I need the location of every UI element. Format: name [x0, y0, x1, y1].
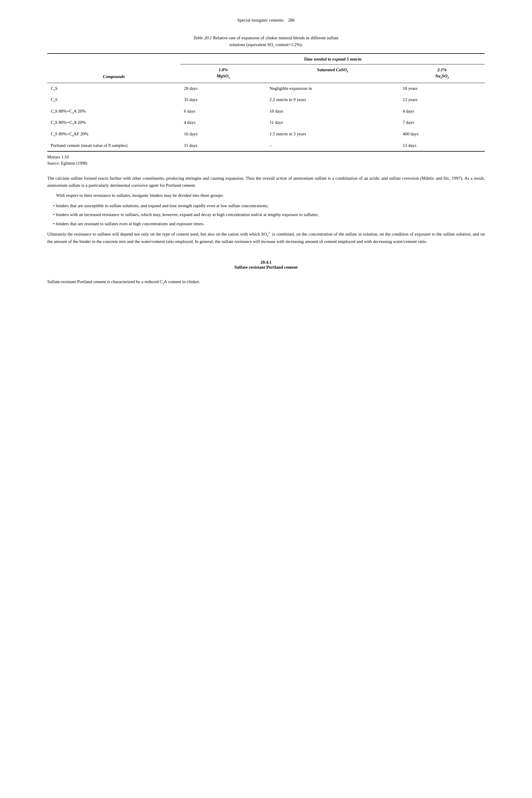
col3-cell: 18 years [399, 83, 485, 94]
list-item: binders that are susceptible to sulfate … [53, 202, 485, 209]
source-label: Source: [47, 161, 60, 165]
col-compounds-header: Compounds [47, 54, 180, 83]
body-text: The calcium sulfate formed reacts furthe… [47, 175, 485, 245]
section-heading: 20.4.1 Sulfate-resistant Portland cement [47, 260, 485, 270]
table-row: C3S 35 days 2.2 mm/m in 9 years 12 years [47, 94, 485, 106]
table-note: Mortars 1:10 Source: Eglinton (1998) [47, 154, 485, 166]
col1-cell: 11 days [180, 140, 266, 151]
header-title: Special inorganic cements [238, 18, 284, 22]
col3-cell: 12 years [399, 94, 485, 106]
col2-cell: – [266, 140, 399, 151]
compound-cell: C2S 80%+C3A 20% [47, 106, 180, 117]
table-row: C2S 80%+C3A 20% 6 days 10 days 4 days [47, 106, 485, 117]
col1-cell: 6 days [180, 106, 266, 117]
list-item: binders that are resistant to sulfates e… [53, 220, 485, 227]
compound-cell: C3S 80%+C3A 20% [47, 117, 180, 129]
compound-cell: C3S 80%+C4AF 20% [47, 129, 180, 140]
col3-cell: 7 days [399, 117, 485, 129]
source-text: Eglinton (1998) [60, 161, 88, 165]
list-item: binders with an increased resistance to … [53, 211, 485, 218]
col2-cell: 10 days [266, 106, 399, 117]
table-caption: Table 20.1 Relative rate of expansion of… [47, 35, 485, 49]
time-header: Time needed to expand 5 mm/m [180, 54, 485, 65]
table-note-mortars: Mortars 1:10 [47, 155, 69, 159]
table-row: C3S 80%+C3A 20% 4 days 11 days 7 days [47, 117, 485, 129]
table-caption-label: Table 20.1 [193, 35, 212, 40]
col1-cell: 4 days [180, 117, 266, 129]
section-title: Sulfate-resistant Portland cement [47, 265, 485, 270]
section-number: 20.4.1 [47, 260, 485, 265]
col3-cell: 4 days [399, 106, 485, 117]
main-table: Compounds Time needed to expand 5 mm/m 1… [47, 53, 485, 151]
section-body: Sulfate-resistant Portland cement is cha… [47, 278, 485, 286]
table-row: C2S 28 days Negligible expansion in 18 y… [47, 83, 485, 94]
col3-cell: 13 days [399, 140, 485, 151]
col2-header: Saturated CaSO4 [266, 65, 399, 83]
col2-cell: 1.5 mm/m in 3 years [266, 129, 399, 140]
col3-header: 2.1%Na2SO4 [399, 65, 485, 83]
col3-cell: 400 days [399, 129, 485, 140]
col1-cell: 16 days [180, 129, 266, 140]
table-caption-text: Relative rate of expansion of clinker mi… [213, 35, 339, 47]
bullet-list: binders that are susceptible to sulfate … [53, 202, 485, 227]
section-paragraph: Sulfate-resistant Portland cement is cha… [47, 278, 485, 286]
compound-cell: Portland cement (mean value of 8 samples… [47, 140, 180, 151]
col2-cell: Negligible expansion in [266, 83, 399, 94]
paragraph-2: With respect to their resistance to sulf… [47, 192, 485, 199]
paragraph-3: Ultimately the resistance to sulfates wi… [47, 231, 485, 245]
col2-cell: 2.2 mm/m in 9 years [266, 94, 399, 106]
paragraph-1: The calcium sulfate formed reacts furthe… [47, 175, 485, 189]
page-number: 286 [288, 18, 295, 22]
compound-cell: C3S [47, 94, 180, 106]
col1-cell: 35 days [180, 94, 266, 106]
table-row: Portland cement (mean value of 8 samples… [47, 140, 485, 151]
col1-cell: 28 days [180, 83, 266, 94]
page-header: Special inorganic cements 286 [47, 18, 485, 23]
col1-header: 1.8%MgSO4 [180, 65, 266, 83]
table-row: C3S 80%+C4AF 20% 16 days 1.5 mm/m in 3 y… [47, 129, 485, 140]
compound-cell: C2S [47, 83, 180, 94]
col2-cell: 11 days [266, 117, 399, 129]
